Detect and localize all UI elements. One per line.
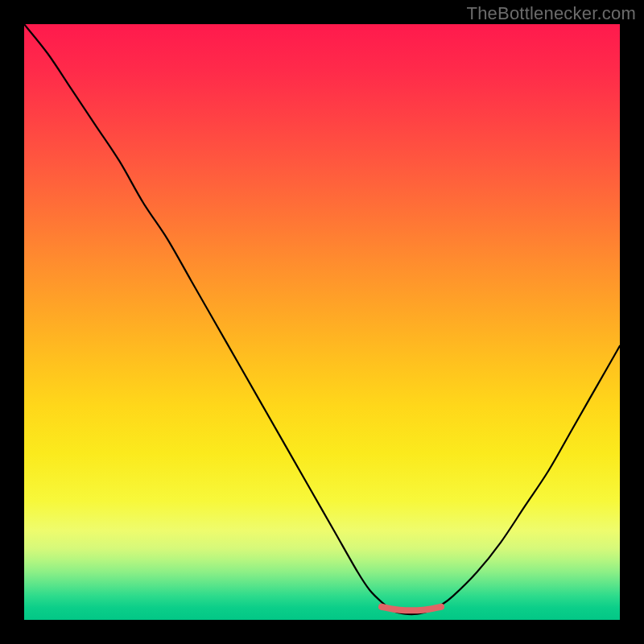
- plot-area: [24, 24, 620, 620]
- optimal-marker: [382, 607, 441, 611]
- bottleneck-curve: [24, 24, 620, 614]
- watermark-text: TheBottlenecker.com: [467, 3, 636, 24]
- curve-svg: [24, 24, 620, 620]
- chart-frame: TheBottlenecker.com: [0, 0, 644, 644]
